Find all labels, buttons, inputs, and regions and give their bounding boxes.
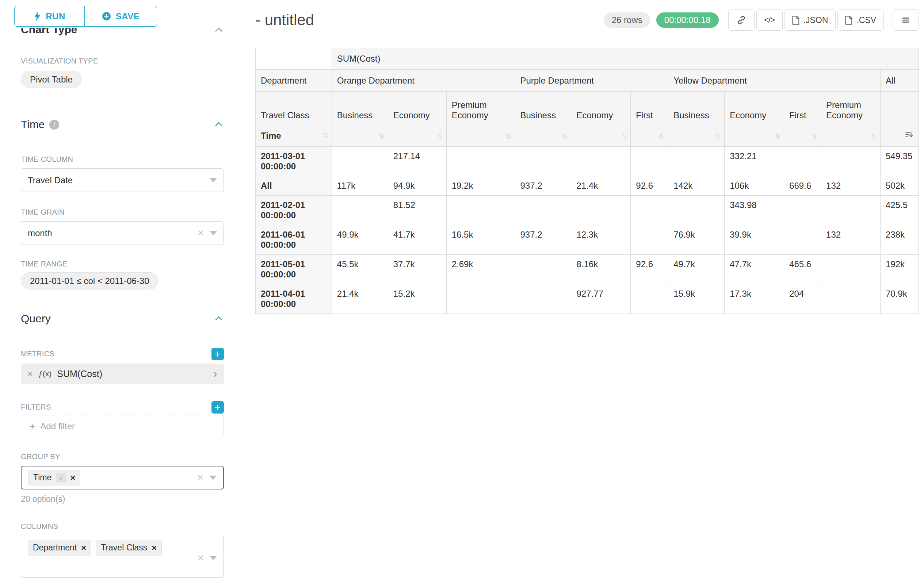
- metric-item[interactable]: × ƒ(x) SUM(Cost) ›: [21, 364, 224, 384]
- pivot-corner-cell: [256, 48, 332, 70]
- clear-icon[interactable]: ×: [197, 472, 203, 483]
- pivot-value-cell: 81.52: [388, 196, 446, 225]
- sort-icon[interactable]: ↑↓: [811, 132, 815, 140]
- info-icon[interactable]: i: [56, 473, 66, 482]
- export-json-label: .JSON: [804, 15, 828, 25]
- sort-icon[interactable]: ↑↓: [715, 132, 719, 140]
- pivot-sort-cell[interactable]: ↑↓: [332, 125, 388, 147]
- pivot-value-cell: 502k: [880, 176, 919, 196]
- remove-tag-icon[interactable]: ×: [152, 543, 157, 552]
- pivot-value-cell: 2.69k: [446, 255, 515, 285]
- remove-metric-icon[interactable]: ×: [27, 368, 33, 380]
- export-csv-button[interactable]: .CSV: [837, 10, 884, 31]
- add-metric-button[interactable]: +: [211, 348, 224, 360]
- sort-icon[interactable]: ↑↓: [774, 132, 779, 140]
- sort-icon[interactable]: ↑↓: [378, 132, 383, 140]
- pivot-value-cell: [631, 285, 668, 314]
- pivot-sort-cell[interactable]: ↑↓: [515, 125, 571, 147]
- pivot-value-cell: 45.5k: [332, 255, 388, 285]
- sort-icon[interactable]: ↑↓: [561, 132, 566, 140]
- query-section-header: Query: [21, 312, 224, 325]
- add-filter-dropzone[interactable]: + Add filter: [21, 415, 224, 437]
- group-by-label: GROUP BY: [21, 452, 224, 461]
- visualization-type-pill[interactable]: Pivot Table: [21, 71, 82, 88]
- share-link-button[interactable]: [728, 10, 754, 31]
- selected-option-tag[interactable]: Travel Class×: [96, 540, 162, 556]
- pivot-value-cell: 41.7k: [388, 225, 446, 255]
- time-column-select[interactable]: Travel Date: [21, 168, 224, 192]
- pivot-sort-cell[interactable]: ↑↓: [571, 125, 631, 147]
- caret-down-icon: [209, 475, 216, 480]
- pivot-value-cell: 425.5: [880, 196, 919, 225]
- pivot-group-header: Purple Department: [515, 70, 668, 92]
- pivot-sort-cell[interactable]: ↑↓: [446, 125, 515, 147]
- pivot-sort-cell[interactable]: ↑↓: [388, 125, 446, 147]
- add-filter-plus-button[interactable]: +: [211, 401, 224, 413]
- group-by-options-count: 20 option(s): [21, 494, 224, 504]
- pivot-row-dimension-header[interactable]: Time↑↓: [256, 125, 332, 147]
- clear-icon[interactable]: ×: [198, 553, 204, 563]
- more-options-button[interactable]: [893, 10, 919, 31]
- clear-icon[interactable]: ×: [198, 228, 204, 239]
- sort-desc-icon[interactable]: [905, 130, 913, 141]
- function-icon: ƒ(x): [38, 369, 51, 378]
- section-divider: [6, 42, 225, 42]
- sort-icon[interactable]: ↑↓: [871, 132, 875, 140]
- chevron-right-icon[interactable]: ›: [213, 367, 217, 380]
- pivot-value-cell: 217.14: [388, 147, 446, 176]
- pivot-sort-cell[interactable]: ↑↓: [668, 125, 724, 147]
- sort-icon[interactable]: ↑↓: [505, 132, 510, 140]
- lightning-icon: [34, 12, 41, 21]
- columns-select[interactable]: Department×Travel Class× ×: [21, 535, 224, 578]
- pivot-data-row: 2011-04-01 00:00:0021.4k15.2k927.7715.9k…: [256, 285, 919, 314]
- selected-option-tag[interactable]: Department×: [28, 540, 91, 556]
- time-section-title: Time: [21, 118, 45, 131]
- chevron-up-icon[interactable]: [214, 28, 224, 35]
- row-count-badge: 26 rows: [604, 12, 650, 28]
- run-button[interactable]: RUN: [14, 6, 85, 26]
- chevron-up-icon[interactable]: [214, 314, 224, 324]
- group-by-select[interactable]: Timei× ×: [21, 466, 224, 489]
- view-query-button[interactable]: </>: [756, 10, 783, 31]
- pivot-value-cell: 343.98: [724, 196, 784, 225]
- time-range-pill[interactable]: 2011-01-01 ≤ col < 2011-06-30: [21, 272, 158, 290]
- pivot-sort-cell[interactable]: ↑↓: [631, 125, 668, 147]
- chart-header: - untitled 26 rows 00:00:00.18 </>: [236, 0, 924, 31]
- pivot-value-cell: [668, 147, 724, 176]
- remove-tag-icon[interactable]: ×: [81, 543, 86, 552]
- save-button[interactable]: SAVE: [85, 6, 157, 26]
- pivot-metric-header: SUM(Cost): [332, 48, 919, 70]
- pivot-sort-cell[interactable]: [880, 125, 919, 147]
- pivot-sort-cell[interactable]: ↑↓: [784, 125, 821, 147]
- chevron-up-icon[interactable]: [214, 119, 224, 130]
- pivot-value-cell: [631, 196, 668, 225]
- plus-icon: +: [29, 421, 35, 432]
- chart-title[interactable]: - untitled: [255, 12, 314, 29]
- pivot-sort-cell[interactable]: ↑↓: [724, 125, 784, 147]
- pivot-value-cell: 8.16k: [571, 255, 631, 285]
- pivot-value-cell: [631, 147, 668, 176]
- pivot-value-cell: 117k: [332, 176, 388, 196]
- pivot-value-cell: 238k: [880, 225, 919, 255]
- export-json-button[interactable]: .JSON: [784, 10, 836, 31]
- sort-icon[interactable]: ↑↓: [437, 132, 441, 140]
- pivot-class-header: Economy: [388, 92, 446, 125]
- pivot-value-cell: [515, 255, 571, 285]
- tag-label: Time: [33, 473, 51, 482]
- pivot-value-cell: 70.9k: [880, 285, 919, 314]
- pivot-class-header: Business: [332, 92, 388, 125]
- link-icon: [737, 15, 746, 25]
- time-grain-select[interactable]: month ×: [21, 221, 224, 245]
- sort-icon[interactable]: ↑↓: [322, 131, 327, 139]
- pivot-value-cell: 106k: [724, 176, 784, 196]
- info-icon[interactable]: i: [49, 120, 59, 130]
- sort-icon[interactable]: ↑↓: [658, 132, 663, 140]
- selected-option-tag[interactable]: Timei×: [28, 470, 80, 485]
- pivot-value-cell: [515, 285, 571, 314]
- pivot-value-cell: [821, 147, 881, 176]
- chart-toolbar: 26 rows 00:00:00.18 </>: [604, 10, 919, 31]
- pivot-sort-cell[interactable]: ↑↓: [821, 125, 881, 147]
- remove-tag-icon[interactable]: ×: [70, 474, 75, 482]
- sort-icon[interactable]: ↑↓: [621, 132, 625, 140]
- tag-label: Department: [33, 543, 77, 553]
